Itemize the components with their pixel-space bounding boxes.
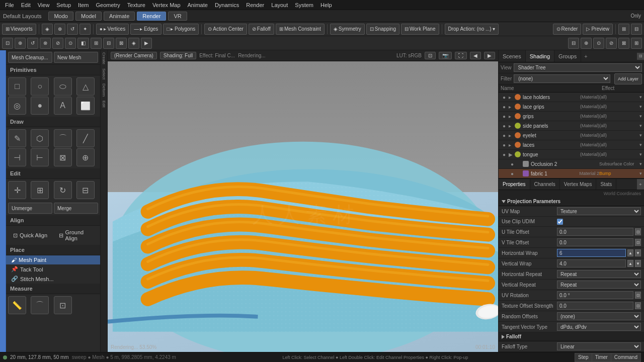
vp-cam-btn[interactable]: 📷 (439, 52, 452, 59)
quick-align-btn[interactable]: ⊡ Quick Align (8, 228, 53, 243)
mode-render[interactable]: Render (137, 12, 166, 21)
expand-icon[interactable]: ▸ (509, 104, 514, 110)
expand-icon[interactable]: ▸ (509, 123, 514, 129)
prim-sphere[interactable]: ○ (31, 77, 49, 96)
visibility-icon[interactable]: ● (501, 141, 508, 148)
viewport-area[interactable]: (Render Camera) Shading: Full Effect: Fi… (108, 50, 498, 352)
prim-text[interactable]: A (54, 97, 72, 115)
menu-system[interactable]: System (292, 0, 316, 10)
mat-dropdown[interactable]: ▾ (639, 133, 642, 138)
vp-next-btn[interactable]: ▶ (484, 52, 495, 59)
stitch-mesh-item[interactable]: 🔗 Stitch Mesh... (6, 274, 100, 284)
edit-rot[interactable]: ↻ (54, 181, 72, 199)
prop-tab-properties[interactable]: Properties (499, 179, 530, 190)
tab-scenes[interactable]: Scenes (499, 50, 526, 62)
menu-file[interactable]: File (2, 0, 17, 10)
edit-scale[interactable]: ⊞ (31, 181, 49, 199)
tb2-right-3[interactable]: ⊙ (593, 38, 604, 49)
mode-modo[interactable]: Modo (48, 12, 73, 21)
menu-view[interactable]: View (35, 0, 53, 10)
icon-right-2[interactable]: ⊟ (631, 24, 642, 35)
unmerge-btn[interactable]: Unmerge (8, 203, 52, 214)
u-tile-offset-drag[interactable]: ⊡ (635, 228, 641, 235)
expand-icon[interactable]: ▸ (509, 95, 514, 100)
tb2-9[interactable]: ⊟ (103, 38, 114, 49)
falloff-btn[interactable]: ⊘ Falloff (249, 24, 274, 35)
menu-geometry[interactable]: Geometry (93, 0, 123, 10)
mat-dropdown[interactable]: ▾ (639, 114, 642, 119)
tb2-right-6[interactable]: ⊞ (631, 38, 642, 49)
deform-label[interactable]: Deform (102, 83, 106, 97)
mat-eyelet[interactable]: ● ▸ eyelet (Material) (all) ▾ (499, 131, 644, 140)
icon-btn-3[interactable]: ↺ (67, 24, 78, 35)
mat-laces[interactable]: ● ▸ laces (Material) (all) ▾ (499, 140, 644, 150)
v-tile-offset-drag[interactable]: ⊡ (635, 239, 641, 246)
mat-dropdown[interactable]: ▾ (639, 171, 642, 176)
panel-settings-btn[interactable]: ⊟ (637, 53, 644, 60)
tb2-12[interactable]: ▶ (141, 38, 152, 49)
prop-tab-channels[interactable]: Channels (530, 179, 560, 190)
hw-drag-down[interactable]: ▼ (635, 249, 641, 256)
edit-move[interactable]: ✛ (8, 181, 26, 199)
drop-action-btn[interactable]: Drop Action: (no ...) ▾ (445, 24, 499, 35)
vp-full-btn[interactable]: ⛶ (455, 52, 467, 59)
visibility-icon[interactable]: ● (501, 132, 508, 139)
vp-prev-btn[interactable]: ◀ (470, 52, 481, 59)
mat-side-panels[interactable]: ● ▸ side panels (Material) (all) ▾ (499, 121, 644, 131)
prop-tab-stats[interactable]: Stats (596, 179, 616, 190)
menu-render[interactable]: Render (243, 0, 267, 10)
edit-section[interactable]: Edit (6, 168, 100, 179)
tab-shading[interactable]: Shading (526, 50, 554, 62)
menu-edit[interactable]: Edit (18, 0, 34, 10)
vertical-repeat-select[interactable]: Repeat (557, 281, 641, 289)
tab-groups[interactable]: Groups (554, 50, 581, 62)
menu-dynamics[interactable]: Dynamics (212, 0, 242, 10)
draw-bridge[interactable]: ⊢ (31, 148, 49, 166)
mat-dropdown[interactable]: ▾ (639, 95, 642, 100)
visibility-icon[interactable]: ● (501, 94, 508, 101)
use-clip-udim-checkbox[interactable] (557, 219, 563, 225)
mat-occlusion-2[interactable]: ● Occlusion 2 Subsurface Color ▾ (499, 159, 644, 169)
create-label[interactable]: Create (102, 52, 106, 64)
tab-add[interactable]: + (581, 53, 590, 59)
measure-3d[interactable]: ⊡ (54, 296, 72, 314)
snapping-btn[interactable]: ⊡ Snapping (366, 24, 399, 35)
vw-drag-up[interactable]: ▲ (627, 260, 633, 267)
menu-vertex-map[interactable]: Vertex Map (149, 0, 184, 10)
preview-btn[interactable]: ▷ Preview (583, 24, 613, 35)
mat-dropdown[interactable]: ▾ (639, 152, 642, 157)
random-offsets-select[interactable]: (none) (557, 312, 641, 320)
tb2-right-1[interactable]: ⊟ (568, 38, 579, 49)
action-center-btn[interactable]: ⊙ Action Center (204, 24, 247, 35)
mat-fabric-1-active[interactable]: ● fabric 1 Material 2 Bump ▾ (499, 169, 644, 178)
draw-bezier[interactable]: ⌒ (54, 129, 72, 147)
shading-btn[interactable]: Shading: Full (160, 52, 196, 59)
mat-dropdown[interactable]: ▾ (639, 104, 642, 109)
measure-ruler[interactable]: 📏 (8, 296, 26, 314)
work-plane-btn[interactable]: ⊟ Work Plane (401, 24, 439, 35)
vp-fit-btn[interactable]: ⊡ (425, 52, 436, 59)
viewports-btn[interactable]: ⊞ Viewports (2, 24, 36, 35)
render-camera-btn[interactable]: (Render Camera) (111, 52, 157, 59)
material-list[interactable]: ● ▸ lace holders (Material) (all) ▾ ● ▸ … (499, 93, 644, 178)
tb2-8[interactable]: ⊞ (91, 38, 102, 49)
draw-section[interactable]: Draw (6, 117, 100, 127)
tack-tool-item[interactable]: 📌 Tack Tool (6, 264, 100, 274)
visibility-icon[interactable]: ● (501, 103, 508, 110)
filter-view-select[interactable]: Shader Tree (514, 63, 642, 72)
prim-torus[interactable]: ◎ (8, 97, 26, 115)
menu-layout[interactable]: Layout (268, 0, 291, 10)
horizontal-repeat-select[interactable]: Repeat (557, 270, 641, 278)
to-drag[interactable]: ⊡ (635, 302, 641, 309)
mat-dropdown[interactable]: ▾ (639, 123, 642, 128)
select-label[interactable]: Select (102, 68, 106, 79)
icon-right-1[interactable]: ⊞ (618, 24, 629, 35)
prop-add-btn[interactable]: + (637, 179, 644, 190)
mesh-paint-item[interactable]: 🖌 Mesh Paint (6, 255, 100, 264)
vw-drag-down[interactable]: ▼ (635, 260, 641, 267)
tangent-vector-select[interactable]: dPdu, dPdv (557, 323, 641, 331)
mat-lace-holders[interactable]: ● ▸ lace holders (Material) (all) ▾ (499, 93, 644, 102)
polygons-btn[interactable]: □ ▸ Polygons (163, 24, 199, 35)
menu-item[interactable]: Item (75, 0, 92, 10)
draw-mirror[interactable]: ⊣ (8, 148, 26, 166)
